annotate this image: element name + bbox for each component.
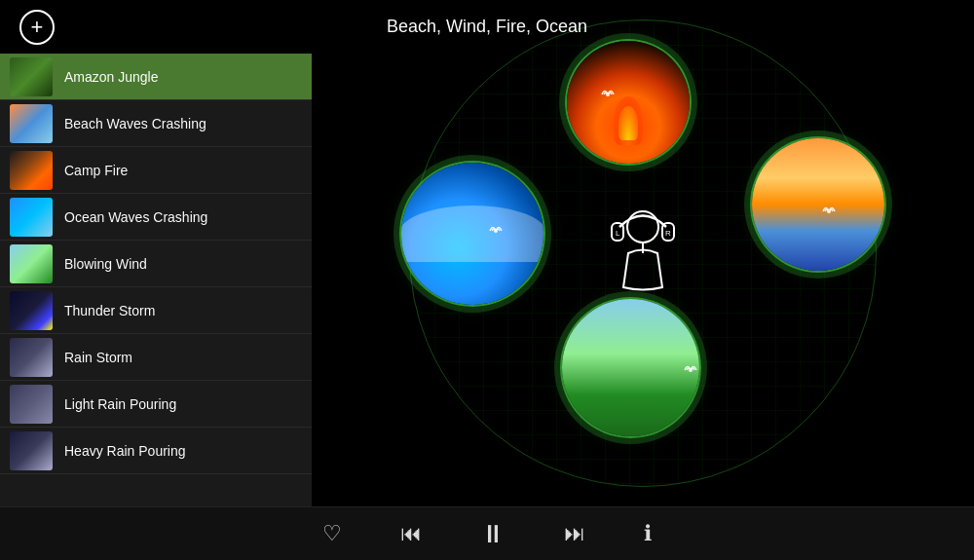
fire-sound-circle[interactable] — [565, 39, 692, 166]
wind-sound-circle[interactable] — [560, 297, 701, 438]
wind-thumb — [562, 299, 699, 436]
item-thumb-heavy-rain — [10, 431, 53, 470]
item-label-thunder-storm: Thunder Storm — [64, 303, 155, 318]
ocean-sound-indicator — [487, 224, 505, 241]
flame-decoration — [614, 96, 643, 145]
item-thumb-thunder-storm — [10, 291, 53, 330]
person-figure: L R — [594, 200, 692, 307]
item-label-amazon-jungle: Amazon Jungle — [64, 69, 159, 85]
favorite-button[interactable]: ♡ — [322, 521, 342, 546]
item-label-ocean-waves: Ocean Waves Crashing — [64, 209, 207, 225]
item-label-light-rain: Light Rain Pouring — [64, 396, 176, 412]
ocean-thumb — [401, 163, 543, 305]
rewind-button[interactable]: ⏮ — [400, 521, 422, 546]
item-label-heavy-rain: Heavy Rain Pouring — [64, 443, 186, 459]
fire-image — [567, 41, 690, 164]
item-thumb-blowing-wind — [10, 244, 53, 283]
beach-thumb — [752, 138, 884, 271]
add-button[interactable]: + — [19, 10, 55, 45]
beach-image — [752, 138, 884, 271]
item-label-rain-storm: Rain Storm — [64, 350, 132, 365]
fire-sound-indicator — [599, 88, 617, 104]
item-thumb-beach-waves — [10, 104, 53, 143]
item-thumb-amazon-jungle — [10, 57, 53, 96]
header: + Beach, Wind, Fire, Ocean — [0, 0, 974, 54]
sidebar-item-heavy-rain[interactable]: Heavy Rain Pouring — [0, 428, 312, 474]
sidebar-item-thunder-storm[interactable]: Thunder Storm — [0, 287, 312, 334]
wind-sound-indicator — [682, 363, 699, 380]
pause-button[interactable]: ⏸ — [480, 519, 506, 549]
wind-image — [562, 299, 699, 436]
item-label-blowing-wind: Blowing Wind — [64, 256, 147, 272]
svg-text:R: R — [665, 229, 671, 238]
item-thumb-camp-fire — [10, 151, 53, 190]
info-button[interactable]: ℹ — [644, 521, 652, 546]
item-label-camp-fire: Camp Fire — [64, 163, 128, 178]
beach-sound-indicator — [820, 205, 838, 221]
sidebar-item-beach-waves[interactable]: Beach Waves Crashing — [0, 100, 312, 147]
svg-text:L: L — [616, 229, 620, 238]
ocean-image — [401, 163, 543, 305]
sidebar-item-ocean-waves[interactable]: Ocean Waves Crashing — [0, 194, 312, 241]
item-thumb-rain-storm — [10, 338, 53, 377]
item-label-beach-waves: Beach Waves Crashing — [64, 116, 206, 131]
sidebar-item-camp-fire[interactable]: Camp Fire — [0, 147, 312, 194]
sidebar-item-rain-storm[interactable]: Rain Storm — [0, 334, 312, 381]
item-thumb-ocean-waves — [10, 198, 53, 237]
item-thumb-light-rain — [10, 385, 53, 424]
ocean-sound-circle[interactable] — [399, 161, 545, 307]
header-title: Beach, Wind, Fire, Ocean — [387, 17, 587, 37]
sidebar-item-blowing-wind[interactable]: Blowing Wind — [0, 241, 312, 287]
fire-thumb — [567, 41, 690, 164]
viz-container: L R — [370, 10, 916, 497]
sidebar-item-amazon-jungle[interactable]: Amazon Jungle — [0, 54, 312, 100]
sidebar-item-light-rain[interactable]: Light Rain Pouring — [0, 381, 312, 428]
forward-button[interactable]: ⏭ — [564, 521, 585, 546]
viz-area: L R — [312, 0, 974, 506]
toolbar: ♡ ⏮ ⏸ ⏭ ℹ — [0, 506, 974, 560]
beach-sound-circle[interactable] — [750, 136, 886, 273]
sidebar: Amazon JungleBeach Waves CrashingCamp Fi… — [0, 54, 312, 506]
